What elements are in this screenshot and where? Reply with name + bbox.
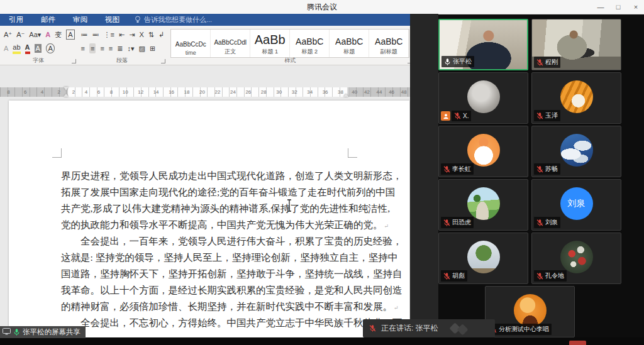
participant-tile-8[interactable]: 胡彪: [438, 233, 528, 284]
style-entry-4[interactable]: AaBbC标题: [330, 30, 369, 57]
change-case-icon[interactable]: Aa▾: [29, 30, 41, 39]
character-border-icon[interactable]: A: [66, 30, 74, 40]
numbering-icon[interactable]: ≕: [92, 30, 99, 39]
font-group: A⁺A⁻Aa▾A变A AabAAA 字体: [0, 26, 77, 65]
ruler-number: 26: [245, 89, 251, 95]
ruler-number: 36: [323, 89, 328, 95]
participant-tile-2[interactable]: X.: [438, 72, 528, 124]
distribute-icon[interactable]: ≣: [117, 44, 123, 53]
screen: 腾讯会议 —□× 引用邮件审阅视图 告诉我您想要做什么... A⁺A⁻Aa▾A变…: [0, 0, 644, 345]
show-marks-icon[interactable]: ↲: [158, 30, 164, 39]
ruler-active-area: 2468101214161820222426283032343638: [67, 87, 348, 97]
doc-line: 这就是: 坚持党的领导，坚持人民至上，坚持理论创新，坚持独立自主，坚持中: [61, 249, 348, 266]
increase-indent-icon[interactable]: ⇥: [129, 30, 135, 39]
ruler-number: 46: [389, 89, 394, 95]
style-entry-1[interactable]: AaBbCcDdl正文: [211, 30, 250, 57]
style-entry-5[interactable]: AaBbC副标题: [369, 30, 409, 57]
character-shading-icon[interactable]: A: [35, 44, 42, 53]
bullets-icon[interactable]: ≔: [81, 30, 88, 39]
ribbon-tab-3[interactable]: 视图: [96, 14, 128, 26]
name-label: 刘泉: [534, 217, 560, 228]
enclose-characters-icon[interactable]: A: [46, 43, 55, 53]
participant-tile-7[interactable]: 刘泉刘泉: [531, 179, 621, 231]
font-icons-row2: AabAAA: [3, 41, 75, 55]
styles-group: AaBbCcDctimeAaBbCcDdl正文AaBb标题 1AaBbC标题 2…: [167, 26, 410, 65]
decrease-indent-icon[interactable]: ⇤: [119, 30, 125, 39]
participant-tile-5[interactable]: 苏畅: [531, 126, 621, 177]
ribbon-tab-2[interactable]: 审阅: [64, 14, 96, 26]
sort-icon[interactable]: ⇅: [148, 30, 154, 39]
participant-name: 田恐虎: [452, 218, 471, 227]
name-label: 玉泽: [534, 110, 560, 121]
participant-tile-3[interactable]: 玉泽: [531, 72, 621, 124]
line-spacing-icon[interactable]: ↕▾: [128, 44, 135, 53]
align-right-icon[interactable]: ≡: [100, 44, 104, 53]
participant-tile-0[interactable]: 张平松: [438, 19, 528, 70]
minimize-button[interactable]: —: [596, 3, 605, 11]
paragraph-dialog-launcher[interactable]: [161, 59, 165, 63]
shrink-font-icon[interactable]: A⁻: [16, 30, 25, 39]
font-dialog-launcher[interactable]: [72, 59, 76, 63]
maximize-button[interactable]: □: [614, 3, 623, 11]
text-highlight-icon[interactable]: ab: [13, 43, 20, 54]
font-color-icon[interactable]: A: [25, 43, 30, 54]
asian-layout-icon[interactable]: X: [139, 30, 143, 39]
style-label: 标题 1: [262, 48, 278, 56]
avatar: 刘泉: [560, 187, 593, 220]
ruler-number: 6: [97, 89, 100, 95]
style-label: 标题: [343, 48, 355, 56]
grow-font-icon[interactable]: A⁺: [4, 30, 12, 39]
document-page[interactable]: 界历史进程，党领导人民成功走出中国式现代化道路，创造了人类文明新形态，拓展了发展…: [9, 101, 409, 337]
shading-icon[interactable]: ▨: [139, 44, 145, 53]
justify-icon[interactable]: ≡: [109, 44, 113, 53]
align-center-icon[interactable]: ≡: [89, 43, 96, 53]
style-entry-0[interactable]: AaBbCcDctime: [171, 30, 211, 57]
name-label: 苏畅: [534, 163, 560, 175]
multilevel-list-icon[interactable]: ⋮≡: [104, 30, 114, 39]
mic-muted-icon: [443, 165, 450, 173]
doc-line: 全会提出，不忘初心，方得始终。中国共产党立志于中华民族千秋伟业，百: [61, 315, 348, 331]
hanging-indent-marker[interactable]: [64, 94, 69, 97]
avatar: [560, 80, 593, 113]
shared-screen-region: 引用邮件审阅视图 告诉我您想要做什么... A⁺A⁻Aa▾A变A AabAAA …: [0, 14, 410, 337]
participant-tile-4[interactable]: 李长虹: [438, 126, 528, 177]
participant-tile-10[interactable]: 分析测试中心李唱: [485, 286, 575, 337]
name-label: 胡彪: [441, 270, 467, 282]
avatar: [467, 241, 500, 273]
align-left-icon[interactable]: ≡: [81, 44, 85, 53]
ruler-number: 4: [41, 89, 43, 95]
ruler-number: 22: [214, 89, 220, 95]
avatar: [467, 187, 500, 220]
borders-icon[interactable]: ⊞: [150, 44, 155, 53]
ruler-number: 2: [72, 89, 75, 95]
style-entry-3[interactable]: AaBbC标题 2: [290, 30, 330, 57]
participant-tile-9[interactable]: 孔令地: [531, 233, 621, 284]
share-label-text: 张平松的屏幕共享: [23, 327, 80, 337]
doc-text: 界历史进程，党领导人民成功走出中国式现代化道路，创造了人类文明新形态，拓展了发展…: [61, 168, 348, 331]
participant-tile-6[interactable]: 田恐虎: [438, 179, 528, 231]
tile-label-row: 分析测试中心李唱: [487, 324, 552, 335]
clear-formatting-icon[interactable]: A: [4, 44, 8, 53]
mic-muted-icon: [536, 272, 543, 280]
tile-label-row: 玉泽: [534, 110, 560, 121]
participant-tile-1[interactable]: 程刚: [531, 19, 621, 70]
close-button[interactable]: ×: [631, 3, 640, 11]
first-line-indent-marker[interactable]: [64, 87, 69, 90]
ruler-number: 40: [352, 89, 357, 95]
paragraph-icons-row1: ≔≕⋮≡⇤⇥X⇅↲: [80, 28, 165, 41]
text-effects-icon[interactable]: A: [45, 30, 50, 39]
doc-line: 共产党,形成了以伟大建党精神为源头的精神谱系,保持了党的先进性和纯洁性,: [61, 200, 348, 217]
right-indent-marker[interactable]: [343, 94, 348, 97]
style-entry-2[interactable]: AaBb标题 1: [250, 30, 290, 57]
meeting-title: 腾讯会议: [307, 2, 337, 13]
ribbon-tab-1[interactable]: 邮件: [32, 14, 64, 26]
style-preview: AaBbCcDdl: [214, 40, 247, 46]
ribbon-tab-0[interactable]: 引用: [0, 14, 32, 26]
participant-name: 玉泽: [545, 111, 558, 120]
style-preview: AaBbCcDc: [175, 41, 206, 48]
ruler-number: 44: [377, 89, 382, 95]
ruler-right-margin: 4042444648: [348, 87, 410, 97]
avatar: [467, 80, 500, 113]
phonetic-guide-icon[interactable]: 变: [55, 30, 62, 39]
tell-me-box[interactable]: 告诉我您想要做什么...: [128, 15, 212, 25]
